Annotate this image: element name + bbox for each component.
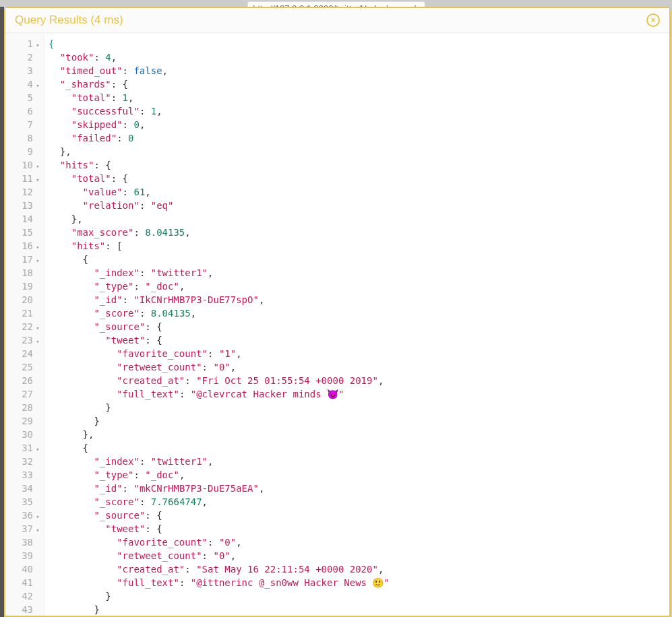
gutter-line: 2	[5, 51, 44, 64]
code-line[interactable]: "hits": {	[49, 158, 669, 172]
fold-icon[interactable]: ▾	[34, 254, 41, 267]
code-line[interactable]: "retweet_count": "0",	[49, 360, 669, 374]
code-line[interactable]: "timed_out": false,	[49, 64, 669, 77]
gutter-line: 10▾	[5, 158, 44, 172]
code-line[interactable]: "max_score": 8.04135,	[49, 226, 669, 239]
code-line[interactable]: }	[49, 401, 669, 414]
code-line[interactable]: "_score": 8.04135,	[49, 306, 669, 320]
gutter-line: 34	[5, 482, 44, 495]
json-editor[interactable]: 1▾234▾5678910▾11▾1213141516▾17▾181920212…	[5, 33, 669, 616]
code-line[interactable]: "_type": "_doc",	[49, 280, 669, 293]
fold-icon[interactable]: ▾	[34, 321, 41, 335]
code-area[interactable]: { "took": 4, "timed_out": false, "_shard…	[44, 33, 669, 616]
code-line[interactable]: "hits": [	[49, 239, 669, 253]
gutter-line: 20	[5, 293, 44, 306]
code-line[interactable]: {	[49, 253, 669, 266]
gutter-line: 33	[5, 468, 44, 482]
gutter-line: 13	[5, 199, 44, 212]
gutter-line: 43	[5, 603, 44, 616]
query-results-modal: Query Results (4 ms) × 1▾234▾5678910▾11▾…	[4, 7, 671, 617]
code-line[interactable]: "_index": "twitter1",	[49, 455, 669, 468]
gutter-line: 6	[5, 104, 44, 118]
gutter-line: 29	[5, 414, 44, 428]
gutter-line: 25	[5, 360, 44, 374]
fold-icon[interactable]: ▾	[34, 443, 41, 456]
code-line[interactable]: "_source": {	[49, 320, 669, 333]
gutter-line: 17▾	[5, 253, 44, 266]
gutter-line: 1▾	[5, 37, 44, 51]
code-line[interactable]: }	[49, 589, 669, 603]
code-line[interactable]: "_source": {	[49, 509, 669, 522]
fold-icon[interactable]: ▾	[34, 510, 41, 523]
gutter-line: 12	[5, 185, 44, 199]
modal-title: Query Results (4 ms)	[15, 13, 123, 27]
gutter-line: 19	[5, 280, 44, 293]
gutter-line: 38	[5, 535, 44, 549]
code-line[interactable]: },	[49, 145, 669, 158]
code-line[interactable]: "tweet": {	[49, 522, 669, 535]
gutter-line: 9	[5, 145, 44, 158]
gutter-line: 23▾	[5, 333, 44, 347]
code-line[interactable]: "relation": "eq"	[49, 199, 669, 212]
code-line[interactable]: "retweet_count": "0",	[49, 549, 669, 562]
gutter-line: 8	[5, 131, 44, 145]
gutter-line: 21	[5, 306, 44, 320]
gutter-line: 28	[5, 401, 44, 414]
code-line[interactable]: "_id": "mkCNrHMB7P3-DuE75aEA",	[49, 482, 669, 495]
gutter-line: 16▾	[5, 239, 44, 253]
code-line[interactable]: },	[49, 428, 669, 441]
gutter-line: 39	[5, 549, 44, 562]
code-line[interactable]: "took": 4,	[49, 51, 669, 64]
gutter-line: 35	[5, 495, 44, 509]
fold-icon[interactable]: ▾	[34, 173, 41, 187]
code-line[interactable]: "successful": 1,	[49, 104, 669, 118]
gutter-line: 5	[5, 91, 44, 104]
gutter-line: 11▾	[5, 172, 44, 185]
line-gutter: 1▾234▾5678910▾11▾1213141516▾17▾181920212…	[5, 33, 44, 616]
code-line[interactable]: "tweet": {	[49, 333, 669, 347]
fold-icon[interactable]: ▾	[34, 523, 41, 537]
fold-icon[interactable]: ▾	[34, 160, 41, 173]
code-line[interactable]: "value": 61,	[49, 185, 669, 199]
gutter-line: 42	[5, 589, 44, 603]
fold-icon[interactable]: ▾	[34, 240, 41, 254]
code-line[interactable]: "_index": "twitter1",	[49, 266, 669, 280]
fold-icon[interactable]: ▾	[34, 38, 41, 52]
gutter-line: 37▾	[5, 522, 44, 535]
gutter-line: 32	[5, 455, 44, 468]
close-icon: ×	[650, 15, 655, 25]
gutter-line: 24	[5, 347, 44, 360]
code-line[interactable]: "favorite_count": "0",	[49, 535, 669, 549]
close-button[interactable]: ×	[646, 13, 660, 27]
gutter-line: 36▾	[5, 509, 44, 522]
fold-icon[interactable]: ▾	[34, 335, 41, 348]
gutter-line: 3	[5, 64, 44, 77]
code-line[interactable]: "failed": 0	[49, 131, 669, 145]
gutter-line: 18	[5, 266, 44, 280]
code-line[interactable]: "created_at": "Fri Oct 25 01:55:54 +0000…	[49, 374, 669, 387]
code-line[interactable]: "skipped": 0,	[49, 118, 669, 131]
code-line[interactable]: {	[49, 37, 669, 51]
gutter-line: 15	[5, 226, 44, 239]
gutter-line: 30	[5, 428, 44, 441]
code-line[interactable]: {	[49, 441, 669, 455]
code-line[interactable]: },	[49, 212, 669, 226]
fold-icon[interactable]: ▾	[34, 79, 41, 92]
code-line[interactable]: "total": 1,	[49, 91, 669, 104]
code-line[interactable]: "_shards": {	[49, 77, 669, 91]
code-line[interactable]: "_type": "_doc",	[49, 468, 669, 482]
gutter-line: 41	[5, 576, 44, 589]
gutter-line: 31▾	[5, 441, 44, 455]
code-line[interactable]: "favorite_count": "1",	[49, 347, 669, 360]
modal-header: Query Results (4 ms) ×	[5, 8, 669, 33]
code-line[interactable]: "total": {	[49, 172, 669, 185]
code-line[interactable]: }	[49, 414, 669, 428]
code-line[interactable]: "full_text": "@clevrcat Hacker minds 😈"	[49, 387, 669, 401]
code-line[interactable]: }	[49, 603, 669, 616]
code-line[interactable]: "_id": "IkCNrHMB7P3-DuE77spO",	[49, 293, 669, 306]
gutter-line: 40	[5, 562, 44, 576]
gutter-line: 26	[5, 374, 44, 387]
code-line[interactable]: "_score": 7.7664747,	[49, 495, 669, 509]
code-line[interactable]: "created_at": "Sat May 16 22:11:54 +0000…	[49, 562, 669, 576]
code-line[interactable]: "full_text": "@ittnerinc @_sn0ww Hacker …	[49, 576, 669, 589]
